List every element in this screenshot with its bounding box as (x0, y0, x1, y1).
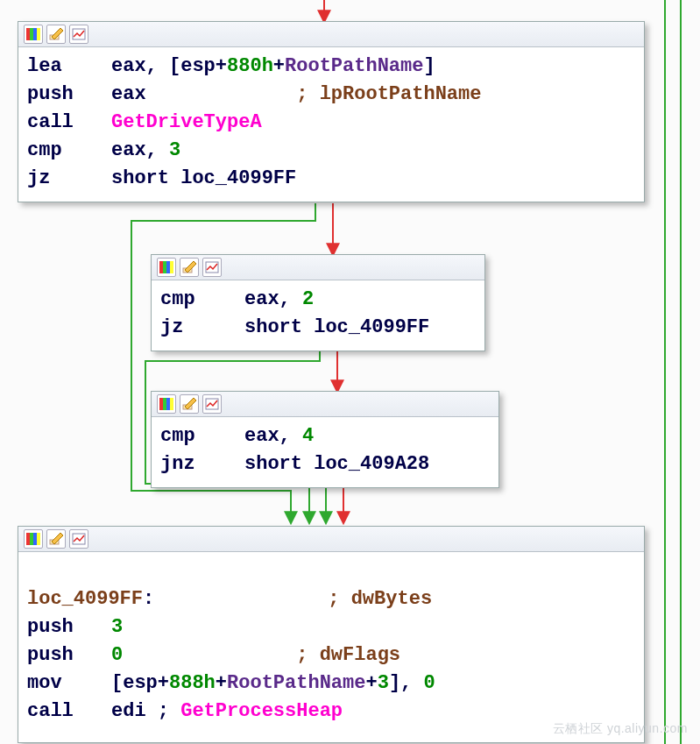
svg-rect-18 (26, 533, 30, 545)
node-body: cmpeax, 4 jnzshort loc_409A28 (152, 417, 498, 487)
svg-rect-0 (26, 28, 30, 40)
edit-icon[interactable] (180, 258, 199, 277)
svg-rect-3 (37, 28, 40, 40)
node-titlebar (18, 22, 644, 47)
svg-rect-13 (163, 398, 166, 410)
svg-rect-9 (170, 261, 173, 273)
svg-rect-6 (159, 261, 163, 273)
node-body: leaeax, [esp+880h+RootPathName] pusheax … (18, 47, 644, 202)
node-titlebar (152, 255, 484, 280)
graph-icon[interactable] (69, 529, 88, 549)
svg-rect-7 (163, 261, 166, 273)
svg-rect-15 (170, 398, 173, 410)
bb-node-3[interactable]: loc_4099FF: ; dwBytes push3 push0 ; dwFl… (18, 526, 645, 743)
graph-icon[interactable] (69, 25, 88, 44)
color-bars-icon[interactable] (157, 258, 176, 277)
svg-rect-8 (166, 261, 170, 273)
color-bars-icon[interactable] (24, 529, 43, 549)
edit-icon[interactable] (46, 25, 66, 44)
bb-node-1[interactable]: cmpeax, 2 jzshort loc_4099FF (151, 254, 485, 351)
node-titlebar (152, 392, 498, 417)
graph-icon[interactable] (202, 258, 222, 277)
bb-node-2[interactable]: cmpeax, 4 jnzshort loc_409A28 (151, 391, 499, 488)
graph-icon[interactable] (202, 394, 222, 414)
node-body: loc_4099FF: ; dwBytes push3 push0 ; dwFl… (18, 552, 644, 734)
svg-rect-20 (33, 533, 37, 545)
svg-rect-19 (30, 533, 33, 545)
color-bars-icon[interactable] (157, 394, 176, 414)
graph-canvas[interactable]: leaeax, [esp+880h+RootPathName] pusheax … (0, 0, 700, 744)
bb-node-0[interactable]: leaeax, [esp+880h+RootPathName] pusheax … (18, 21, 645, 202)
edit-icon[interactable] (46, 529, 66, 549)
color-bars-icon[interactable] (24, 25, 43, 44)
edit-icon[interactable] (180, 394, 199, 414)
svg-rect-21 (37, 533, 40, 545)
svg-rect-1 (30, 28, 33, 40)
node-body: cmpeax, 2 jzshort loc_4099FF (152, 280, 484, 351)
node-titlebar (18, 527, 644, 552)
svg-rect-12 (159, 398, 163, 410)
svg-rect-2 (33, 28, 37, 40)
svg-rect-14 (166, 398, 170, 410)
